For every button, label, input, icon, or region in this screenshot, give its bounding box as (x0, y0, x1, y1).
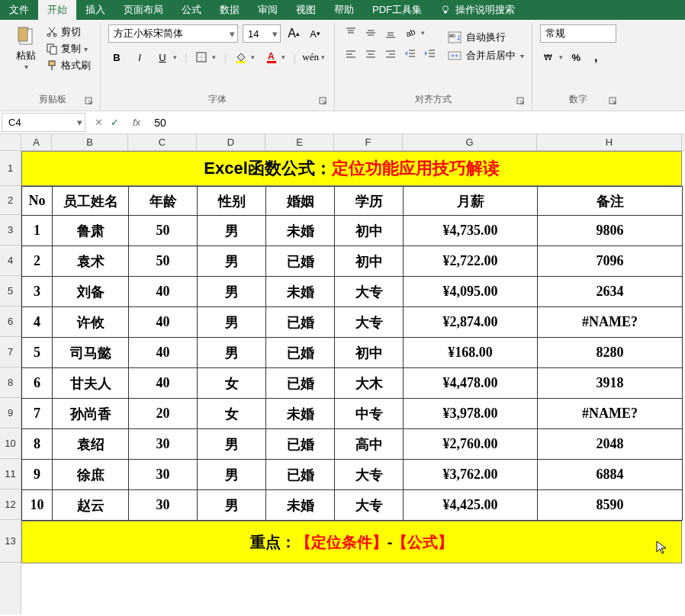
tab-文件[interactable]: 文件 (0, 0, 38, 20)
dialog-launcher-icon[interactable] (319, 97, 328, 106)
dialog-launcher-icon[interactable] (516, 97, 526, 106)
name-box[interactable]: C4 ▾ (2, 113, 85, 132)
row-header[interactable]: 1 (0, 151, 21, 186)
table-cell[interactable]: 男 (198, 429, 266, 460)
chevron-down-icon[interactable]: ▾ (210, 49, 217, 66)
table-cell[interactable]: 已婚 (266, 338, 335, 368)
table-cell[interactable]: ¥2,760.00 (404, 429, 538, 460)
table-cell[interactable]: 高中 (335, 429, 404, 460)
table-cell[interactable]: 甘夫人 (53, 368, 129, 399)
column-header[interactable]: D (197, 134, 265, 150)
table-cell[interactable]: ¥4,425.00 (404, 490, 538, 521)
table-cell[interactable]: 男 (198, 216, 266, 246)
table-cell[interactable]: 司马懿 (53, 338, 129, 368)
table-header-cell[interactable]: 备注 (538, 187, 683, 216)
table-cell[interactable]: 男 (198, 246, 266, 277)
row-header[interactable]: 4 (0, 245, 21, 276)
table-cell[interactable]: 大木 (335, 368, 404, 399)
table-cell[interactable]: 已婚 (266, 429, 335, 460)
table-cell[interactable]: 3 (22, 277, 53, 307)
footer-banner[interactable]: 重点：【定位条件】-【公式】 (21, 521, 682, 563)
table-cell[interactable]: 袁绍 (53, 429, 129, 460)
table-cell[interactable]: 40 (129, 277, 198, 307)
column-header[interactable]: E (265, 134, 334, 150)
column-header[interactable]: G (403, 134, 537, 150)
table-cell[interactable]: 7 (22, 399, 53, 429)
table-cell[interactable]: 男 (198, 277, 266, 307)
table-header-cell[interactable]: 月薪 (404, 187, 538, 216)
decrease-indent-button[interactable] (402, 46, 419, 63)
table-cell[interactable]: 50 (129, 216, 198, 246)
table-cell[interactable]: ¥3,978.00 (404, 399, 538, 429)
format-painter-button[interactable]: 格式刷 (44, 58, 92, 73)
table-header-cell[interactable]: 性别 (198, 187, 266, 216)
table-cell[interactable]: 未婚 (266, 490, 335, 521)
table-cell[interactable]: 初中 (335, 216, 404, 246)
table-cell[interactable]: ¥4,095.00 (404, 277, 538, 307)
chevron-down-icon[interactable]: ▾ (419, 24, 426, 41)
table-cell[interactable]: 男 (198, 307, 266, 338)
table-cell[interactable]: 已婚 (266, 307, 335, 338)
table-header-cell[interactable]: 员工姓名 (53, 187, 129, 216)
comma-button[interactable]: , (587, 49, 604, 66)
phonetic-button[interactable]: wén (302, 49, 319, 66)
table-cell[interactable]: 赵云 (53, 490, 129, 521)
table-cell[interactable]: 男 (198, 490, 266, 521)
tab-公式[interactable]: 公式 (172, 0, 211, 20)
row-header[interactable]: 9 (0, 398, 21, 428)
table-cell[interactable]: 女 (198, 399, 266, 429)
table-cell[interactable]: ¥2,722.00 (404, 246, 538, 277)
bold-button[interactable]: B (108, 49, 125, 66)
tab-PDF工具集[interactable]: PDF工具集 (363, 0, 431, 20)
row-header[interactable]: 11 (0, 459, 21, 489)
table-cell[interactable]: 5 (22, 338, 53, 368)
table-cell[interactable]: 孙尚香 (53, 399, 129, 429)
table-cell[interactable]: 50 (129, 246, 198, 277)
tab-插入[interactable]: 插入 (76, 0, 114, 20)
formula-input[interactable] (146, 111, 685, 133)
cancel-button[interactable]: ✕ (95, 117, 103, 128)
tell-me-search[interactable]: 操作说明搜索 (431, 0, 515, 20)
italic-button[interactable]: I (131, 49, 148, 66)
table-cell[interactable]: 9 (22, 460, 53, 490)
table-cell[interactable]: 初中 (335, 246, 404, 277)
chevron-down-icon[interactable]: ▾ (249, 49, 257, 66)
table-cell[interactable]: ¥4,478.00 (404, 368, 538, 399)
row-header[interactable]: 2 (0, 186, 21, 215)
merge-center-button[interactable]: 合并后居中 ▾ (448, 49, 524, 63)
table-cell[interactable]: 8280 (538, 338, 683, 368)
tab-审阅[interactable]: 审阅 (249, 0, 287, 20)
accounting-format-button[interactable]: ₩ (540, 49, 557, 66)
table-header-cell[interactable]: 婚姻 (266, 187, 335, 216)
orientation-button[interactable]: ab (402, 24, 419, 41)
table-cell[interactable]: 大专 (335, 460, 404, 490)
table-cell[interactable]: #NAME? (538, 399, 683, 429)
table-header-cell[interactable]: 年龄 (129, 187, 198, 216)
font-name-combo[interactable]: 方正小标宋简体 ▾ (108, 24, 238, 43)
table-cell[interactable]: ¥2,874.00 (404, 307, 538, 338)
table-cell[interactable]: #NAME? (538, 307, 683, 338)
align-center-button[interactable] (362, 46, 379, 63)
table-cell[interactable]: 7096 (538, 246, 683, 277)
table-cell[interactable]: 中专 (335, 399, 404, 429)
table-cell[interactable]: 男 (198, 460, 266, 490)
column-header[interactable]: H (537, 134, 682, 150)
paste-button[interactable]: 粘贴 ▾ (12, 24, 40, 72)
chevron-down-icon[interactable]: ▾ (319, 49, 326, 66)
tab-页面布局[interactable]: 页面布局 (114, 0, 172, 20)
table-cell[interactable]: 9806 (538, 216, 683, 246)
table-header-cell[interactable]: No (22, 187, 53, 216)
table-cell[interactable]: 8 (22, 429, 53, 460)
table-cell[interactable]: 30 (129, 490, 198, 521)
table-cell[interactable]: 大专 (335, 307, 404, 338)
font-color-button[interactable]: A (263, 49, 280, 66)
copy-button[interactable]: 复制 ▾ (44, 41, 92, 56)
tab-帮助[interactable]: 帮助 (325, 0, 363, 20)
table-cell[interactable]: 徐庶 (53, 460, 129, 490)
table-cell[interactable]: 4 (22, 307, 53, 338)
decrease-font-button[interactable]: A▾ (307, 25, 323, 42)
table-cell[interactable]: 2 (22, 246, 53, 277)
table-cell[interactable]: 10 (22, 490, 53, 521)
fx-icon[interactable]: fx (127, 111, 146, 133)
align-bottom-button[interactable] (382, 24, 399, 41)
